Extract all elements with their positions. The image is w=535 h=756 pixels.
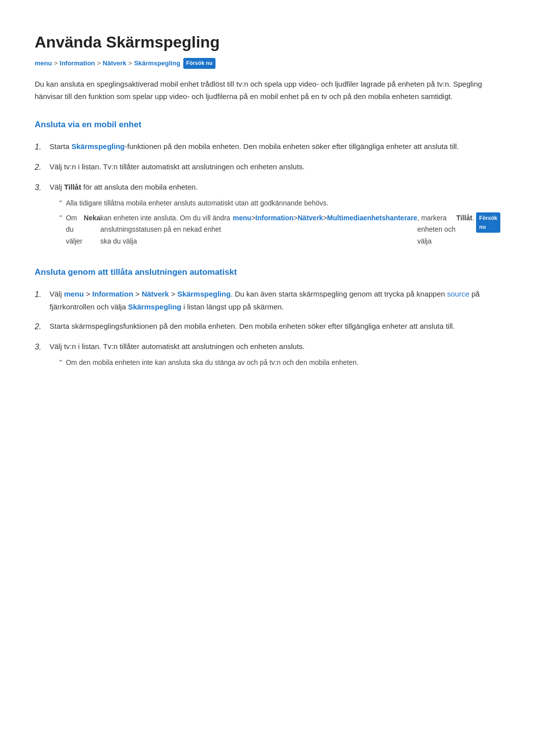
sep: > [323,212,327,224]
natverk-link-sub[interactable]: Nätverk [298,212,323,224]
list-num: 3. [35,181,50,194]
skarmspegling-link-s2b[interactable]: Skärmspegling [128,302,181,311]
information-link-sub[interactable]: Information [256,212,294,224]
forsok-nu-badge-2[interactable]: Försök nu [476,212,500,233]
list-item: 2. Starta skärmspeglingsfunktionen på de… [35,320,500,333]
skarmspegling-link-1[interactable]: Skärmspegling [71,142,125,151]
list-item: 1. Välj menu > Information > Nätverk > S… [35,288,500,313]
sep: > [86,290,92,298]
section1-list: 1. Starta Skärmspegling-funktionen på de… [35,140,500,251]
breadcrumb-skarmspegling[interactable]: Skärmspegling [134,58,180,69]
menu-link-s2[interactable]: menu [64,290,84,298]
skarmspegling-link-s2[interactable]: Skärmspegling [177,290,231,298]
tillat-text: Tillåt [64,183,81,191]
list-num: 2. [35,320,50,333]
list-content: Starta skärmspeglingsfunktionen på den m… [50,320,500,333]
list-item: 3. Välj tv:n i listan. Tv:n tillåter aut… [35,340,500,371]
sub-list-1: Alla tidigare tillåtna mobila enheter an… [50,198,500,248]
sub-list-item: Om du väljer Neka kan enheten inte anslu… [50,212,500,248]
breadcrumb-natverk[interactable]: Nätverk [103,58,126,69]
list-content: Starta Skärmspegling-funktionen på den m… [50,140,500,153]
natverk-link-s2[interactable]: Nätverk [142,290,169,298]
intro-paragraph: Du kan ansluta en speglingsaktiverad mob… [35,78,500,103]
sub-list-2: Om den mobila enheten inte kan ansluta s… [50,357,500,369]
menu-link-sub[interactable]: menu [233,212,251,224]
forsok-nu-badge-1[interactable]: Försök nu [183,58,215,69]
section1-title: Ansluta via en mobil enhet [35,118,500,131]
list-item: 1. Starta Skärmspegling-funktionen på de… [35,140,500,153]
breadcrumb-sep-2: > [97,58,101,69]
breadcrumb-information[interactable]: Information [59,58,95,69]
breadcrumb-sep-3: > [128,58,132,69]
list-num: 2. [35,160,50,174]
section2-title: Ansluta genom att tillåta anslutningen a… [35,265,500,279]
sep: > [251,212,255,224]
page-title: Använda Skärmspegling [35,30,500,55]
sub-list-item: Alla tidigare tillåtna mobila enheter an… [50,198,500,209]
sep: > [294,212,298,224]
sub-list-item: Om den mobila enheten inte kan ansluta s… [50,357,500,369]
list-item: 3. Välj Tillåt för att ansluta den mobil… [35,181,500,251]
breadcrumb-menu[interactable]: menu [35,58,52,69]
source-link[interactable]: source [447,290,470,298]
neka-text: Neka [84,212,100,224]
section2-list: 1. Välj menu > Information > Nätverk > S… [35,288,500,371]
list-content: Välj tv:n i listan. Tv:n tillåter automa… [50,340,500,371]
list-content: Välj Tillåt för att ansluta den mobila e… [50,181,500,251]
breadcrumb: menu > Information > Nätverk > Skärmspeg… [35,58,500,69]
tillat-text-2: Tillåt [456,212,472,224]
list-num: 1. [35,140,50,153]
breadcrumb-sep-1: > [54,58,58,69]
multimediaenhetshanterare-link[interactable]: Multimediaenhetshanterare [327,212,417,224]
sep: > [171,290,177,298]
list-content: Välj tv:n i listan. Tv:n tillåter automa… [50,160,500,173]
sep: > [135,290,142,298]
list-num: 3. [35,340,50,353]
list-content: Välj menu > Information > Nätverk > Skär… [50,288,500,313]
list-item: 2. Välj tv:n i listan. Tv:n tillåter aut… [35,160,500,174]
information-link-s2[interactable]: Information [92,290,133,298]
list-num: 1. [35,288,50,301]
